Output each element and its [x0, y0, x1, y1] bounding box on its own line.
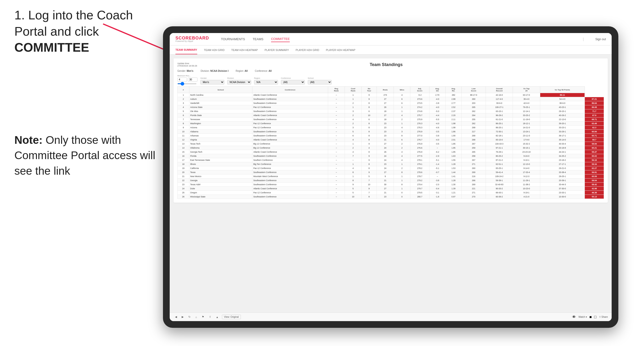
table-row: 3VanderbiltSoutheastern Conference–28276… [178, 101, 604, 105]
school-control: School (All) [308, 77, 332, 84]
logo-sub: Powered by clippd [176, 40, 209, 42]
standings-title: Team Standings [197, 62, 575, 67]
table-row: 7TennesseeSoutheastern Conference–461822… [178, 118, 604, 122]
share-btn[interactable]: ⇧ Share [599, 316, 608, 318]
app-logo: SCOREBOARD Powered by clippd [176, 36, 209, 42]
region-filter-label: Region: All [236, 70, 248, 72]
school-select[interactable]: (All) [308, 80, 332, 84]
view-original-btn[interactable]: View: Original [222, 315, 241, 319]
subnav-player-h2h-grid[interactable]: PLAYER H2H GRID [296, 45, 319, 54]
main-content: Update time: 27/03/2024 16:56:26 Team St… [170, 55, 612, 313]
school-control-label: School [308, 77, 332, 79]
rounds-slider[interactable] [177, 83, 196, 84]
table-row: 23Texas A&MSoutheastern Conference–91030… [178, 182, 604, 187]
table-row: 9ArizonaPac-12 Conference–38234276.3-4.6… [178, 126, 604, 130]
col-rnds: Rnds [377, 87, 394, 93]
min-rounds-max-input[interactable] [188, 78, 198, 82]
update-label: Update time: [177, 62, 197, 65]
region-control: Region N/A [254, 77, 278, 84]
conference-control-label: Conference [281, 77, 305, 79]
region-select[interactable]: N/A [254, 80, 278, 84]
table-row: 16FloridaSoutheastern Conference–7924427… [178, 154, 604, 158]
table-row: 21New MexicoMountain West Conference–159… [178, 174, 604, 178]
nav-teams[interactable]: TEAMS [252, 36, 264, 42]
toolbar-home[interactable]: ⌂ [194, 315, 198, 319]
division-select[interactable]: NCAA Division I [227, 80, 251, 84]
col-adj-score: Adj.Score [410, 87, 429, 93]
table-row: 19CaliforniaPac-12 Conference–48242278.2… [178, 166, 604, 170]
note-text: Note: Only those with Committee Portal a… [14, 132, 158, 178]
col-wins: Wins [394, 87, 410, 93]
conference-control: Conference (All) [281, 77, 305, 84]
min-rounds-min-input[interactable] [177, 78, 187, 82]
toolbar-back[interactable]: ◀ [174, 315, 178, 319]
col-vs-top50: Vs Top 50 Points [540, 87, 585, 93]
nav-divider: | [583, 37, 584, 41]
app-header: SCOREBOARD Powered by clippd TOURNAMENTS… [170, 33, 612, 45]
table-row: 4Arizona StatePac-12 Conference–18261274… [178, 105, 604, 109]
subnav-player-summary[interactable]: PLAYER SUMMARY [264, 45, 289, 54]
conference-select[interactable]: (All) [281, 80, 305, 84]
table-row: 14OklahomaBig 12 Conference–24242276.6–1… [178, 146, 604, 150]
col-avg-rd: Avg.Rd. [445, 87, 461, 93]
tablet-screen: SCOREBOARD Powered by clippd TOURNAMENTS… [170, 33, 612, 321]
division-control-label: Division [227, 77, 251, 79]
min-rounds-label: Minimum Rou... [177, 75, 198, 77]
update-info: Update time: 27/03/2024 16:56:26 [177, 62, 197, 67]
subnav-team-h2h-grid[interactable]: TEAM H2H GRID [204, 45, 224, 54]
conference-filter-label: Conference: All [255, 70, 272, 72]
committee-text: COMMITTEE [14, 40, 89, 54]
watch-icon: 👁 [572, 315, 576, 319]
table-row: 20TexasSoutheastern Conference–89278278.… [178, 170, 604, 174]
table-row: 13Texas TechBig 12 Conference–19272276.9… [178, 142, 604, 146]
gender-select[interactable]: Men's [200, 80, 224, 84]
share-icon: ⇧ [599, 316, 601, 318]
rounds-slider-track [177, 83, 198, 84]
gender-control-label: Gender [200, 77, 224, 79]
table-row: 1North CarolinaAtlantic Coast Conference… [178, 93, 604, 97]
table-row: 6Florida StateAtlantic Coast Conference–… [178, 113, 604, 118]
table-row: 25OregonPac-12 Conference–57210279.5-3.1… [178, 191, 604, 195]
toolbar-clock[interactable]: ▲ [214, 315, 220, 319]
subnav-team-h2h-heatmap[interactable]: TEAM H2H HEATMAP [231, 45, 258, 54]
table-header-row: # School Conference RegRank ConfRank NoT… [178, 87, 604, 93]
min-rounds-control: Minimum Rou... [177, 75, 198, 84]
gender-filter-label: Gender: Men's [177, 70, 194, 72]
subnav-team-summary[interactable]: TEAM SUMMARY [176, 45, 197, 54]
col-vs-top25: Vs Top25 [513, 87, 540, 93]
col-reg-rank: RegRank [328, 87, 345, 93]
table-row: 18IllinoisBig Ten Conference–18231279.1-… [178, 162, 604, 166]
division-filter-label: Division: NCAA Division I [200, 70, 228, 72]
toolbar-icon1: ■ [589, 315, 592, 319]
table-row: 17East Tennessee StateSouthern Conferenc… [178, 158, 604, 162]
main-nav: TOURNAMENTS TEAMS COMMITTEE [221, 36, 573, 42]
subnav-player-h2h-heatmap[interactable]: PLAYER H2H HEATMAP [326, 45, 356, 54]
table-row: 12VirginiaAtlantic Coast Conference–4821… [178, 138, 604, 142]
col-no-tour: NoTour [362, 87, 377, 93]
col-avg-sg: Avg.SG [429, 87, 445, 93]
table-row: 24DukeAtlantic Coast Conference–59271279… [178, 187, 604, 191]
table-row: 10AlabamaSoutheastern Conference–5823327… [178, 130, 604, 134]
table-body: 1North CarolinaAtlantic Coast Conference… [178, 93, 604, 199]
table-row: 15Georgia TechAtlantic Coast Conference–… [178, 150, 604, 154]
col-rank: # [178, 87, 189, 93]
min-rounds-inputs [177, 78, 198, 82]
nav-committee[interactable]: COMMITTEE [271, 36, 290, 42]
table-row: 8WashingtonPac-12 Conference–28231276.3-… [178, 122, 604, 126]
col-low-score: LowScore [462, 87, 486, 93]
col-overall-record: OverallRecord [486, 87, 513, 93]
toolbar-reload[interactable]: ↻ [187, 315, 192, 319]
sign-out-link[interactable]: Sign out [595, 37, 606, 41]
watch-btn[interactable]: Watch ▾ [578, 316, 587, 318]
toolbar-share2[interactable]: ⇧ [208, 315, 212, 319]
col-school: School [189, 87, 252, 93]
nav-tournaments[interactable]: TOURNAMENTS [221, 36, 245, 42]
logo-title: SCOREBOARD [176, 36, 209, 40]
update-time-value: 27/03/2024 16:56:26 [177, 65, 197, 67]
toolbar-forward[interactable]: ▶ [180, 315, 185, 319]
filter-controls-row: Minimum Rou... Gender Men's [177, 75, 604, 84]
gender-control: Gender Men's [200, 77, 224, 84]
toolbar-bookmark[interactable]: ⚑ [200, 315, 206, 319]
region-control-label: Region [254, 77, 278, 79]
col-conference: Conference [252, 87, 328, 93]
